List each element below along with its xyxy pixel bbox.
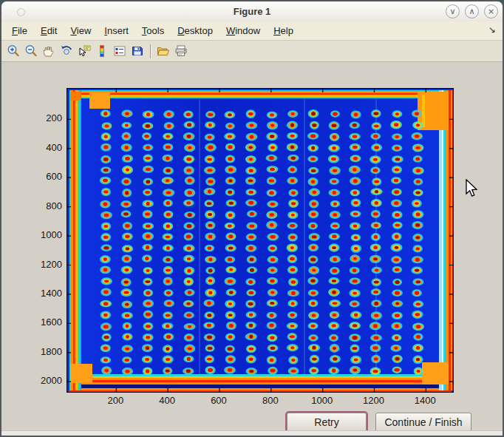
y-tick-label: 1400 — [30, 288, 62, 299]
toolbar-button-zoom-in[interactable] — [4, 42, 22, 60]
retry-button[interactable]: Retry — [287, 413, 367, 432]
save-icon — [130, 44, 145, 58]
heatmap-image — [67, 89, 453, 392]
colorbar-icon — [95, 44, 109, 58]
maximize-button[interactable]: ∧ — [465, 4, 479, 18]
rotate-3d-icon — [59, 44, 74, 58]
x-tick-label: 800 — [250, 395, 291, 406]
menu-item-insert[interactable]: Insert — [98, 21, 135, 40]
y-tick-label: 1000 — [30, 229, 62, 240]
y-tick-label: 800 — [30, 200, 62, 211]
toolbar-button-colorbar[interactable] — [93, 42, 111, 60]
y-tick-label: 600 — [30, 171, 62, 182]
menu-item-file[interactable]: File — [5, 21, 34, 40]
x-tick-label: 400 — [146, 395, 188, 406]
menu-overflow-icon[interactable]: ↘ — [488, 24, 496, 35]
open-icon — [156, 44, 171, 58]
menu-item-edit[interactable]: Edit — [34, 21, 64, 40]
toolbar-button-print[interactable] — [172, 42, 190, 60]
toolbar-button-pan[interactable] — [40, 42, 58, 60]
x-tick-label: 1400 — [404, 395, 446, 406]
legend-icon — [112, 44, 127, 58]
toolbar-separator — [150, 44, 151, 58]
menubar: FileEditViewInsertToolsDesktopWindowHelp… — [1, 21, 503, 41]
window-title: Figure 1 — [1, 1, 503, 21]
menu-item-tools[interactable]: Tools — [135, 21, 171, 40]
close-button[interactable]: × — [484, 4, 498, 18]
minimize-button[interactable]: ∨ — [446, 4, 460, 18]
y-tick-label: 400 — [30, 142, 62, 153]
y-tick-label: 1600 — [30, 316, 62, 328]
figure-window: Figure 1 ∨ ∧ × FileEditViewInsertToolsDe… — [0, 0, 504, 437]
menu-item-window[interactable]: Window — [219, 21, 267, 40]
print-icon — [174, 44, 188, 58]
menu-item-desktop[interactable]: Desktop — [171, 21, 219, 40]
toolbar-button-rotate-3d[interactable] — [58, 42, 75, 60]
pan-icon — [41, 44, 56, 58]
toolbar-button-legend[interactable] — [111, 42, 129, 60]
titlebar[interactable]: Figure 1 ∨ ∧ × — [1, 1, 503, 22]
toolbar-button-data-cursor[interactable] — [75, 42, 93, 60]
figure-axes[interactable] — [67, 88, 454, 393]
x-tick-label: 1200 — [353, 395, 395, 406]
data-cursor-icon — [77, 44, 92, 58]
toolbar — [1, 41, 503, 62]
menu-item-help[interactable]: Help — [267, 21, 300, 40]
mouse-cursor — [465, 179, 480, 200]
window-bottom-strip — [1, 430, 503, 436]
x-tick-label: 600 — [198, 395, 239, 406]
toolbar-button-open[interactable] — [154, 42, 172, 60]
window-controls: ∨ ∧ × — [446, 4, 498, 18]
y-tick-label: 200 — [30, 112, 62, 123]
continue-finish-button[interactable]: Continue / Finish — [375, 413, 471, 432]
toolbar-button-zoom-out[interactable] — [22, 42, 40, 60]
x-tick-label: 1000 — [302, 395, 343, 406]
zoom-out-icon — [24, 44, 38, 58]
figure-canvas: Retry Continue / Finish 2004006008001000… — [1, 62, 503, 431]
x-tick-label: 200 — [95, 395, 136, 406]
menu-item-view[interactable]: View — [64, 21, 98, 40]
y-tick-label: 1800 — [30, 346, 62, 357]
y-tick-label: 1200 — [30, 259, 62, 270]
zoom-in-icon — [6, 44, 21, 58]
y-tick-label: 2000 — [30, 375, 62, 386]
toolbar-button-save[interactable] — [129, 42, 146, 60]
